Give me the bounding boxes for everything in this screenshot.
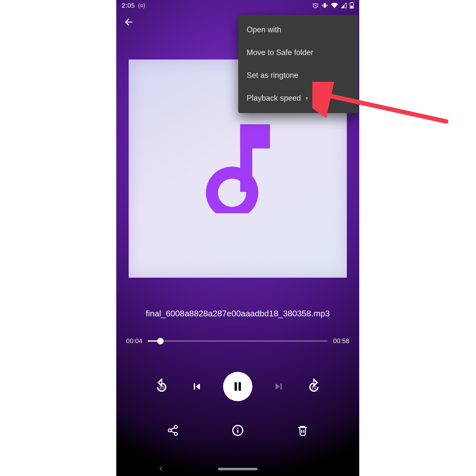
- total-time: 00:58: [333, 337, 349, 345]
- status-bar: 2:05 (o): [116, 0, 359, 11]
- share-button[interactable]: [164, 421, 182, 439]
- menu-item-label: Move to Safe folder: [247, 48, 313, 57]
- status-bar-right: [312, 2, 354, 9]
- svg-point-21: [237, 427, 238, 429]
- svg-point-17: [168, 429, 171, 432]
- svg-text:10: 10: [311, 385, 317, 390]
- svg-rect-7: [351, 2, 353, 3]
- menu-item-playback-speed[interactable]: Playback speed • 1.0x: [238, 87, 358, 110]
- seek-thumb[interactable]: [157, 338, 164, 344]
- previous-button[interactable]: [188, 378, 206, 395]
- cell-signal-icon: [341, 2, 347, 8]
- back-button[interactable]: [120, 13, 138, 31]
- vibrate-icon: [322, 2, 328, 9]
- svg-rect-1: [324, 3, 326, 7]
- overflow-menu: Open with Move to Safe folder Set as rin…: [238, 15, 358, 113]
- bottom-actions: [116, 421, 359, 439]
- forward-10-button[interactable]: 10: [305, 378, 323, 395]
- forward-10-icon: 10: [306, 379, 322, 394]
- seek-slider[interactable]: [148, 340, 328, 342]
- skip-next-icon: [272, 380, 285, 393]
- status-bar-left: 2:05 (o): [122, 2, 145, 9]
- transport-controls: 10 10: [116, 372, 359, 401]
- music-note-icon: [206, 124, 270, 213]
- menu-item-move-safe-folder[interactable]: Move to Safe folder: [238, 41, 358, 64]
- svg-rect-3: [327, 4, 327, 7]
- replay-10-icon: 10: [154, 379, 170, 394]
- svg-rect-4: [322, 5, 322, 6]
- svg-rect-13: [235, 382, 237, 391]
- nav-home-pill[interactable]: [218, 468, 258, 470]
- delete-button[interactable]: [294, 421, 312, 439]
- svg-point-18: [174, 432, 177, 435]
- menu-item-label: Playback speed: [247, 94, 301, 103]
- phone-frame: 2:05 (o): [116, 0, 359, 476]
- menu-item-set-ringtone[interactable]: Set as ringtone: [238, 64, 358, 87]
- arrow-back-icon: [123, 17, 134, 28]
- svg-rect-8: [351, 6, 353, 8]
- alarm-icon: [312, 2, 319, 9]
- canvas: 2:05 (o): [0, 0, 476, 476]
- play-pause-button[interactable]: [223, 372, 252, 401]
- separator-dot: •: [305, 94, 308, 103]
- menu-item-label: Open with: [247, 25, 281, 34]
- trash-icon: [297, 424, 309, 436]
- svg-rect-2: [323, 4, 323, 7]
- nav-back-icon[interactable]: [158, 466, 164, 472]
- svg-rect-14: [238, 382, 241, 391]
- info-button[interactable]: [229, 421, 247, 439]
- svg-point-16: [174, 425, 177, 428]
- share-icon: [167, 424, 179, 436]
- system-nav-bar: [116, 462, 359, 476]
- seek-row: 00:04 00:58: [126, 337, 349, 345]
- svg-rect-5: [327, 5, 328, 6]
- wifi-icon: [331, 2, 338, 8]
- rewind-10-button[interactable]: 10: [153, 378, 171, 395]
- next-button[interactable]: [270, 378, 288, 395]
- svg-text:10: 10: [159, 385, 164, 390]
- playback-speed-value: 1.0x: [313, 94, 327, 103]
- track-title: final_6008a8828a287e00aaadbd18_380358.mp…: [116, 309, 359, 318]
- recording-indicator-icon: (o): [138, 2, 145, 9]
- pause-icon: [231, 380, 244, 393]
- svg-point-11: [212, 173, 252, 213]
- menu-item-open-with[interactable]: Open with: [238, 18, 358, 41]
- skip-previous-icon: [191, 380, 203, 393]
- battery-icon: [350, 2, 354, 9]
- info-icon: [232, 424, 244, 436]
- menu-item-label: Set as ringtone: [247, 71, 298, 80]
- status-time: 2:05: [122, 2, 135, 9]
- elapsed-time: 00:04: [126, 337, 142, 345]
